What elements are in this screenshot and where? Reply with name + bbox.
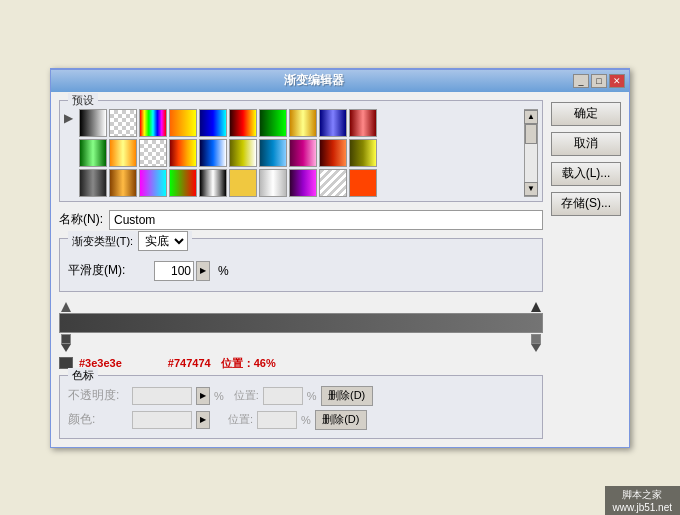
preset-cell-29[interactable] xyxy=(349,169,377,197)
scroll-track xyxy=(525,124,537,182)
color-row: 颜色: ▶ 位置: % 删除(D) xyxy=(68,410,534,430)
titlebar-buttons: _ □ ✕ xyxy=(573,74,625,88)
preset-cell-23[interactable] xyxy=(169,169,197,197)
preset-next-icon[interactable]: ▶ xyxy=(64,111,73,125)
preset-cell-3[interactable] xyxy=(169,109,197,137)
color-stop-display: #3e3e3e #747474 位置：46% xyxy=(59,356,543,371)
preset-cell-27[interactable] xyxy=(289,169,317,197)
gradient-editor-window: 渐变编辑器 _ □ ✕ 预设 ▶ xyxy=(50,68,630,448)
opacity-row: 不透明度: ▶ % 位置: % 删除(D) xyxy=(68,386,534,406)
color-arrow-btn[interactable]: ▶ xyxy=(196,411,210,429)
color-label: 颜色: xyxy=(68,411,128,428)
color-label-group: 色标 不透明度: ▶ % 位置: % 删除(D) xyxy=(59,375,543,439)
smoothness-row: 平滑度(M): ▶ % xyxy=(68,261,534,281)
gradient-type-label: 渐变类型(T): 实底 杂色 xyxy=(68,231,192,251)
color-input[interactable] xyxy=(132,411,192,429)
watermark-line1: 脚本之家 xyxy=(613,488,672,502)
preset-cell-13[interactable] xyxy=(169,139,197,167)
save-button[interactable]: 存储(S)... xyxy=(551,192,621,216)
preset-cell-12[interactable] xyxy=(139,139,167,167)
preset-scrollbar: ▲ ▼ xyxy=(524,109,538,197)
preset-cell-21[interactable] xyxy=(109,169,137,197)
color-legend: 色标 xyxy=(68,368,98,383)
left-panel: 预设 ▶ xyxy=(59,100,543,439)
preset-cell-22[interactable] xyxy=(139,169,167,197)
preset-cell-5[interactable] xyxy=(229,109,257,137)
scroll-thumb[interactable] xyxy=(525,124,537,144)
opacity-arrow-btn[interactable]: ▶ xyxy=(196,387,210,405)
preset-cell-14[interactable] xyxy=(199,139,227,167)
preset-grid xyxy=(79,109,520,197)
opacity-pos-label: 位置: xyxy=(234,388,259,403)
bottom-stop-left[interactable] xyxy=(61,334,71,354)
window-title: 渐变编辑器 xyxy=(55,72,573,89)
bottom-stop-right[interactable] xyxy=(531,334,541,354)
opacity-pos-input[interactable] xyxy=(263,387,303,405)
preset-group: 预设 ▶ xyxy=(59,100,543,202)
cancel-button[interactable]: 取消 xyxy=(551,132,621,156)
name-input[interactable] xyxy=(109,210,543,230)
opacity-pos-pct: % xyxy=(307,390,317,402)
ok-button[interactable]: 确定 xyxy=(551,102,621,126)
preset-cell-8[interactable] xyxy=(319,109,347,137)
gradient-type-select[interactable]: 实底 杂色 xyxy=(138,231,188,251)
preset-cell-28[interactable] xyxy=(319,169,347,197)
smoothness-input[interactable] xyxy=(154,261,194,281)
top-stops xyxy=(59,300,543,312)
opacity-delete-btn[interactable]: 删除(D) xyxy=(321,386,373,406)
preset-cell-0[interactable] xyxy=(79,109,107,137)
gradient-options-group: 渐变类型(T): 实底 杂色 平滑度(M): ▶ % xyxy=(59,238,543,292)
preset-legend: 预设 xyxy=(68,93,98,108)
preset-cell-20[interactable] xyxy=(79,169,107,197)
minimize-button[interactable]: _ xyxy=(573,74,589,88)
right-stop-hex: #747474 xyxy=(168,357,211,369)
preset-cell-4[interactable] xyxy=(199,109,227,137)
opacity-pct: % xyxy=(214,390,224,402)
scroll-down-button[interactable]: ▼ xyxy=(524,182,538,196)
load-button[interactable]: 载入(L)... xyxy=(551,162,621,186)
color-pos-input[interactable] xyxy=(257,411,297,429)
smoothness-spinner: ▶ xyxy=(154,261,210,281)
preset-cell-11[interactable] xyxy=(109,139,137,167)
preset-cell-18[interactable] xyxy=(319,139,347,167)
preset-cell-6[interactable] xyxy=(259,109,287,137)
preset-cell-1[interactable] xyxy=(109,109,137,137)
preset-cell-24[interactable] xyxy=(199,169,227,197)
maximize-button[interactable]: □ xyxy=(591,74,607,88)
bottom-stops xyxy=(59,334,543,354)
color-pos-label: 位置: xyxy=(228,412,253,427)
smoothness-increment-btn[interactable]: ▶ xyxy=(196,261,210,281)
color-delete-btn[interactable]: 删除(D) xyxy=(315,410,367,430)
top-stop-right[interactable] xyxy=(531,300,541,312)
preset-cell-9[interactable] xyxy=(349,109,377,137)
preset-cell-19[interactable] xyxy=(349,139,377,167)
color-pos-pct: % xyxy=(301,414,311,426)
watermark: 脚本之家 www.jb51.net xyxy=(605,486,680,515)
opacity-label: 不透明度: xyxy=(68,387,128,404)
preset-cell-17[interactable] xyxy=(289,139,317,167)
name-label: 名称(N): xyxy=(59,211,105,228)
preset-cell-2[interactable] xyxy=(139,109,167,137)
opacity-input[interactable] xyxy=(132,387,192,405)
preset-cell-15[interactable] xyxy=(229,139,257,167)
preset-cell-26[interactable] xyxy=(259,169,287,197)
smoothness-percent: % xyxy=(218,264,229,278)
scroll-up-button[interactable]: ▲ xyxy=(524,110,538,124)
stop-position-label: 位置：46% xyxy=(221,356,276,371)
preset-cell-7[interactable] xyxy=(289,109,317,137)
gradient-bar-area xyxy=(59,300,543,354)
watermark-line2: www.jb51.net xyxy=(613,502,672,513)
titlebar: 渐变编辑器 _ □ ✕ xyxy=(51,70,629,92)
close-button[interactable]: ✕ xyxy=(609,74,625,88)
right-panel: 确定 取消 载入(L)... 存储(S)... xyxy=(551,100,621,439)
smoothness-label: 平滑度(M): xyxy=(68,262,148,279)
gradient-bar[interactable] xyxy=(59,313,543,333)
preset-cell-16[interactable] xyxy=(259,139,287,167)
top-stop-left[interactable] xyxy=(61,300,71,312)
preset-cell-25[interactable] xyxy=(229,169,257,197)
preset-cell-10[interactable] xyxy=(79,139,107,167)
name-row: 名称(N): xyxy=(59,210,543,230)
